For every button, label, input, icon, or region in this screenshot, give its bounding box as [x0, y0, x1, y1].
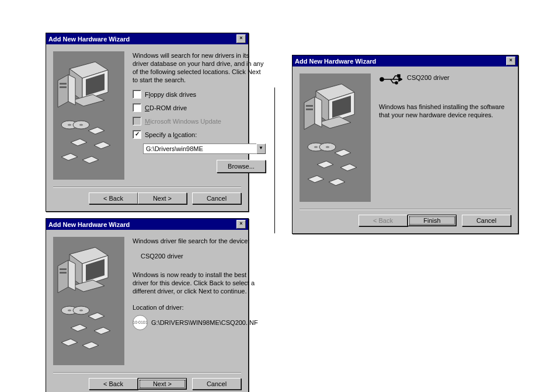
location-input[interactable]	[143, 144, 256, 154]
device-name: CSQ200 driver	[407, 74, 450, 82]
separator	[53, 372, 241, 373]
close-icon[interactable]: ×	[506, 57, 516, 65]
dialog-finished: Add New Hardware Wizard × CSQ200 driver …	[292, 55, 518, 234]
next-button[interactable]: Next >	[138, 192, 187, 204]
label-floppy: Floppy disk drives	[145, 90, 196, 99]
dialog-ready-install: Add New Hardware Wizard × Windows driver…	[46, 218, 249, 392]
driver-path: G:\DRIVERS\WIN98ME\CSQ200.INF	[151, 318, 258, 327]
label-specify-location: Specify a location:	[145, 131, 197, 139]
usb-icon	[379, 74, 402, 85]
wizard-graphic	[300, 74, 371, 202]
back-button[interactable]: < Back	[89, 378, 138, 390]
titlebar: Add New Hardware Wizard ×	[46, 219, 248, 230]
title-text: Add New Hardware Wizard	[48, 221, 130, 228]
checkbox-floppy[interactable]	[133, 90, 141, 99]
title-text: Add New Hardware Wizard	[48, 36, 130, 43]
wizard-graphic	[53, 51, 124, 180]
dialog-search-locations: Add New Hardware Wizard × Windows will s…	[46, 33, 249, 212]
checkbox-windows-update	[133, 117, 141, 125]
title-text: Add New Hardware Wizard	[295, 58, 376, 65]
device-name: CSQ200 driver	[141, 252, 258, 260]
close-icon[interactable]: ×	[236, 220, 246, 229]
location-label: Location of driver:	[133, 303, 258, 312]
inf-file-icon: 10·0101	[133, 315, 148, 330]
intro-text: Windows will search for new drivers in i…	[133, 51, 266, 84]
ready-text: Windows is now ready to install the best…	[133, 271, 258, 295]
cancel-button[interactable]: Cancel	[462, 215, 511, 226]
dropdown-icon[interactable]: ▼	[256, 144, 266, 154]
label-cdrom: CD-ROM drive	[145, 104, 187, 112]
titlebar: Add New Hardware Wizard ×	[46, 33, 248, 44]
back-button[interactable]: < Back	[89, 192, 138, 204]
cancel-button[interactable]: Cancel	[192, 192, 241, 204]
browse-button[interactable]: Browse...	[217, 160, 266, 173]
separator	[300, 209, 511, 210]
next-button[interactable]: Next >	[138, 378, 187, 390]
checkbox-cdrom[interactable]	[133, 103, 141, 112]
separator	[53, 187, 241, 188]
back-button: < Back	[358, 215, 408, 226]
label-windows-update: Microsoft Windows Update	[145, 117, 221, 125]
checkbox-specify-location[interactable]	[133, 130, 141, 139]
cancel-button[interactable]: Cancel	[192, 378, 241, 390]
titlebar: Add New Hardware Wizard ×	[293, 55, 518, 66]
finished-text: Windows has finished installing the soft…	[379, 103, 511, 119]
finish-button[interactable]: Finish	[408, 215, 457, 226]
wizard-graphic	[53, 237, 124, 365]
divider-line-1	[274, 88, 275, 233]
search-heading: Windows driver file search for the devic…	[133, 237, 258, 245]
close-icon[interactable]: ×	[236, 34, 246, 43]
